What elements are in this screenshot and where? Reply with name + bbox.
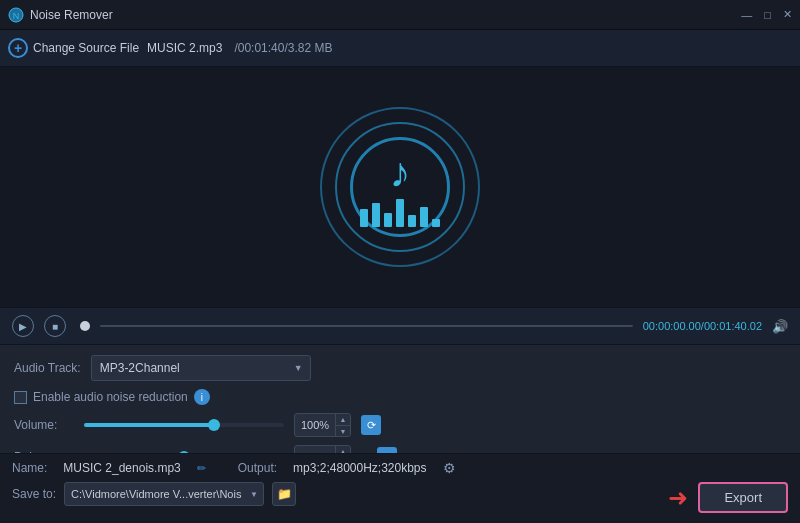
change-source-label: Change Source File bbox=[33, 41, 139, 55]
stop-button[interactable]: ■ bbox=[44, 315, 66, 337]
eq-bar bbox=[360, 209, 368, 227]
title-bar-left: N Noise Remover bbox=[8, 7, 113, 23]
volume-sync-icon[interactable]: ⟳ bbox=[361, 415, 381, 435]
maximize-button[interactable]: □ bbox=[764, 9, 771, 21]
audio-track-row: Audio Track: MP3-2Channel bbox=[14, 355, 786, 381]
eq-bars bbox=[360, 199, 440, 227]
output-info-row: Name: MUSIC 2_denois.mp3 ✏ Output: mp3;2… bbox=[12, 460, 788, 476]
eq-bar bbox=[372, 203, 380, 227]
save-path-select-wrapper[interactable]: C:\Vidmore\Vidmore V...verter\Noise Remo… bbox=[64, 482, 264, 506]
export-arrow-icon: ➜ bbox=[668, 484, 688, 512]
noise-reduction-row: Enable audio noise reduction i bbox=[14, 389, 786, 405]
change-source-button[interactable]: + Change Source File bbox=[8, 38, 139, 58]
app-title: Noise Remover bbox=[30, 8, 113, 22]
music-note-icon: ♪ bbox=[390, 149, 411, 197]
volume-label: Volume: bbox=[14, 418, 74, 432]
volume-input-wrapper: ▲ ▼ bbox=[294, 413, 351, 437]
add-icon: + bbox=[8, 38, 28, 58]
save-to-label: Save to: bbox=[12, 487, 56, 501]
eq-bar bbox=[384, 213, 392, 227]
volume-slider-fill bbox=[84, 423, 214, 427]
volume-down-button[interactable]: ▼ bbox=[336, 425, 350, 436]
progress-bar[interactable] bbox=[100, 325, 633, 327]
eq-bar bbox=[432, 219, 440, 227]
output-settings-icon[interactable]: ⚙ bbox=[443, 460, 456, 476]
noise-reduction-checkbox[interactable] bbox=[14, 391, 27, 404]
progress-dot bbox=[80, 321, 90, 331]
eq-bar bbox=[396, 199, 404, 227]
sync-symbol: ⟳ bbox=[367, 419, 376, 432]
controls-bar: ▶ ■ 00:00:00.00/00:01:40.02 🔊 bbox=[0, 307, 800, 345]
preview-area: ♪ bbox=[0, 67, 800, 307]
stop-icon: ■ bbox=[52, 321, 58, 332]
bottom-bar: Name: MUSIC 2_denois.mp3 ✏ Output: mp3;2… bbox=[0, 453, 800, 523]
minimize-button[interactable]: — bbox=[741, 9, 752, 21]
time-display: 00:00:00.00/00:01:40.02 bbox=[643, 320, 762, 332]
output-label: Output: bbox=[238, 461, 277, 475]
audio-track-label: Audio Track: bbox=[14, 361, 81, 375]
eq-bar bbox=[408, 215, 416, 227]
folder-icon: 📁 bbox=[277, 487, 292, 501]
open-folder-button[interactable]: 📁 bbox=[272, 482, 296, 506]
file-name: MUSIC 2.mp3 bbox=[147, 41, 222, 55]
audio-visualizer: ♪ bbox=[320, 107, 480, 267]
window-controls: — □ ✕ bbox=[741, 8, 792, 21]
volume-icon[interactable]: 🔊 bbox=[772, 319, 788, 334]
audio-track-select[interactable]: MP3-2Channel bbox=[91, 355, 311, 381]
volume-spin-buttons: ▲ ▼ bbox=[335, 414, 350, 436]
volume-input[interactable] bbox=[295, 419, 335, 431]
play-icon: ▶ bbox=[19, 321, 27, 332]
info-letter: i bbox=[201, 392, 203, 403]
volume-up-button[interactable]: ▲ bbox=[336, 414, 350, 425]
noise-info-icon[interactable]: i bbox=[194, 389, 210, 405]
output-filename: MUSIC 2_denois.mp3 bbox=[63, 461, 180, 475]
name-label: Name: bbox=[12, 461, 47, 475]
toolbar: + Change Source File MUSIC 2.mp3 /00:01:… bbox=[0, 30, 800, 67]
audio-track-select-wrapper[interactable]: MP3-2Channel bbox=[91, 355, 311, 381]
volume-slider-thumb[interactable] bbox=[208, 419, 220, 431]
close-button[interactable]: ✕ bbox=[783, 8, 792, 21]
output-settings: mp3;2;48000Hz;320kbps bbox=[293, 461, 426, 475]
volume-slider-track[interactable] bbox=[84, 423, 284, 427]
title-bar: N Noise Remover — □ ✕ bbox=[0, 0, 800, 30]
export-section: ➜ Export bbox=[668, 482, 788, 513]
export-button[interactable]: Export bbox=[698, 482, 788, 513]
edit-filename-icon[interactable]: ✏ bbox=[197, 462, 206, 475]
file-info: MUSIC 2.mp3 /00:01:40/3.82 MB bbox=[147, 41, 332, 55]
volume-row: Volume: ▲ ▼ ⟳ bbox=[14, 413, 786, 437]
play-button[interactable]: ▶ bbox=[12, 315, 34, 337]
noise-reduction-label: Enable audio noise reduction bbox=[33, 390, 188, 404]
file-meta: /00:01:40/3.82 MB bbox=[234, 41, 332, 55]
save-path-select[interactable]: C:\Vidmore\Vidmore V...verter\Noise Remo… bbox=[64, 482, 264, 506]
app-icon: N bbox=[8, 7, 24, 23]
eq-bar bbox=[420, 207, 428, 227]
svg-text:N: N bbox=[13, 11, 20, 21]
